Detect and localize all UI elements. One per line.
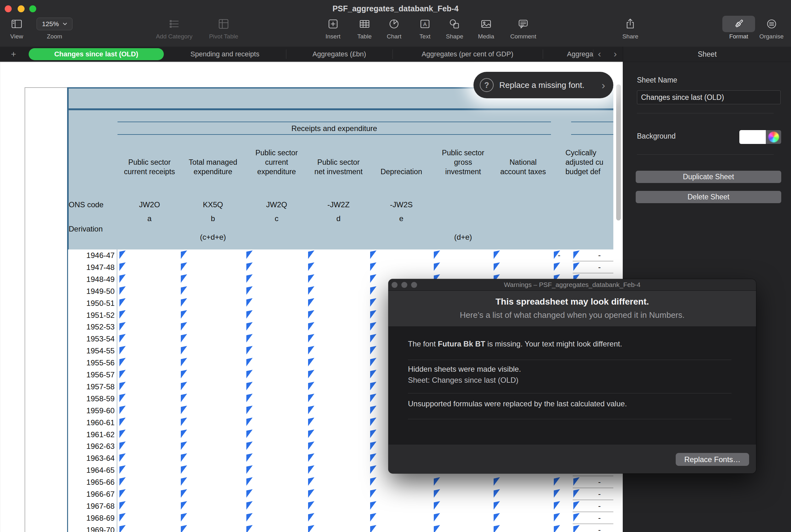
- format-button[interactable]: Format: [722, 15, 755, 40]
- zoom-dropdown[interactable]: 125%: [37, 18, 73, 30]
- view-button[interactable]: View: [10, 15, 23, 40]
- dash-cell[interactable]: -: [592, 488, 607, 500]
- row-year-label[interactable]: 1964-65: [67, 464, 115, 476]
- insert-button[interactable]: Insert: [325, 15, 341, 40]
- column-letter-cell[interactable]: e: [370, 214, 433, 223]
- dash-cell[interactable]: -: [592, 262, 607, 273]
- dash-cell[interactable]: -: [592, 249, 607, 262]
- row-year-label[interactable]: 1954-55: [67, 345, 115, 357]
- dash-cell[interactable]: -: [554, 249, 564, 262]
- column-header[interactable]: Public sectornet investment: [307, 157, 370, 176]
- current-color-swatch[interactable]: [739, 130, 766, 144]
- column-header[interactable]: Nationalaccount taxes: [493, 157, 553, 176]
- column-header[interactable]: Public sectorcurrentexpenditure: [246, 148, 307, 176]
- dash-cell[interactable]: -: [592, 512, 607, 524]
- dialog-minimize-button[interactable]: [401, 282, 407, 288]
- row-year-label[interactable]: 1962-63: [67, 440, 115, 452]
- background-color-well[interactable]: [739, 130, 781, 144]
- row-year-label[interactable]: 1963-64: [67, 452, 115, 464]
- derivation-cell[interactable]: (d+e): [433, 232, 493, 242]
- delete-sheet-button[interactable]: Delete Sheet: [636, 191, 781, 203]
- vertical-scrollbar-thumb[interactable]: [616, 84, 621, 221]
- ons-code-cell[interactable]: -JW2S: [370, 200, 433, 209]
- chart-button[interactable]: Chart: [387, 15, 401, 40]
- dash-cell[interactable]: -: [592, 524, 607, 532]
- prev-tabs-arrow[interactable]: ‹: [598, 46, 601, 62]
- ons-code-cell[interactable]: KX5Q: [180, 200, 246, 209]
- ons-code-cell[interactable]: JW2O: [119, 200, 180, 209]
- row-year-label[interactable]: 1961-62: [67, 429, 115, 441]
- row-year-label[interactable]: 1949-50: [67, 285, 115, 297]
- column-header[interactable]: Total managedexpenditure: [180, 157, 246, 176]
- ons-code-cell[interactable]: JW2Q: [246, 200, 307, 209]
- replace-missing-font-callout[interactable]: ? Replace a missing font. ›: [473, 72, 613, 98]
- column-header[interactable]: Cyclicallyadjusted cubudget def: [565, 148, 613, 176]
- row-year-label[interactable]: 1951-52: [67, 309, 115, 321]
- row-year-label[interactable]: 1967-68: [67, 500, 115, 512]
- dash-cell[interactable]: -: [592, 500, 607, 512]
- change-flag-icon: [370, 394, 376, 402]
- add-sheet-button[interactable]: +: [11, 46, 16, 62]
- row-year-label[interactable]: 1950-51: [67, 297, 115, 309]
- table-button[interactable]: Table: [357, 15, 371, 40]
- sheet-name-input[interactable]: [637, 90, 780, 104]
- change-flag-icon: [573, 525, 580, 532]
- row-year-label[interactable]: 1966-67: [67, 488, 115, 500]
- missing-font-line: The font Futura Bk BT is missing. Your t…: [408, 339, 622, 349]
- derivation-cell[interactable]: (c+d+e): [180, 232, 246, 242]
- color-picker-button[interactable]: [766, 130, 781, 144]
- change-flag-icon: [308, 394, 314, 402]
- column-letter-cell[interactable]: c: [246, 214, 307, 223]
- ons-code-cell[interactable]: -JW2Z: [307, 200, 370, 209]
- view-sidebar-icon: [10, 15, 23, 33]
- row-year-label[interactable]: 1952-53: [67, 321, 115, 333]
- column-header[interactable]: Public sectorgrossinvestment: [433, 148, 493, 176]
- change-flag-icon: [308, 370, 314, 378]
- column-letter-cell[interactable]: a: [119, 214, 180, 223]
- change-flag-icon: [181, 298, 187, 307]
- dash-cell[interactable]: -: [592, 476, 607, 488]
- tab-changes-since-last-old[interactable]: Changes since last (OLD): [29, 48, 164, 60]
- column-header[interactable]: Depreciation: [370, 167, 433, 176]
- dialog-close-button[interactable]: [392, 282, 398, 288]
- row-year-label[interactable]: 1968-69: [67, 512, 115, 524]
- row-year-label[interactable]: 1965-66: [67, 476, 115, 488]
- row-year-label[interactable]: 1947-48: [67, 262, 115, 273]
- row-year-label[interactable]: 1956-57: [67, 369, 115, 381]
- row-year-label[interactable]: 1948-49: [67, 273, 115, 285]
- organise-button[interactable]: Organise: [759, 15, 784, 40]
- change-flag-icon: [246, 465, 253, 474]
- shape-button[interactable]: Shape: [446, 15, 464, 40]
- change-flag-icon: [494, 262, 500, 271]
- row-year-label[interactable]: 1955-56: [67, 357, 115, 369]
- sidebar-divider: [637, 154, 774, 155]
- row-year-label[interactable]: 1958-59: [67, 393, 115, 405]
- media-button[interactable]: Media: [478, 15, 494, 40]
- tab-aggregates-bn[interactable]: Aggregates (£bn): [313, 46, 366, 62]
- share-button[interactable]: Share: [622, 15, 639, 40]
- tab-aggregates-truncated[interactable]: Aggrega: [548, 46, 593, 62]
- change-flag-icon: [554, 513, 560, 521]
- replace-fonts-button[interactable]: Replace Fonts…: [676, 453, 749, 466]
- tab-spending-and-receipts[interactable]: Spending and receipts: [191, 46, 260, 62]
- next-tabs-arrow[interactable]: ›: [614, 46, 617, 62]
- row-year-label[interactable]: 1969-70: [67, 524, 115, 532]
- zoom-control[interactable]: 125% Zoom: [37, 15, 73, 40]
- comment-button[interactable]: Comment: [510, 15, 536, 40]
- column-letter-cell[interactable]: b: [180, 214, 246, 223]
- group2-rule-bottom: [571, 134, 613, 135]
- column-letter-cell[interactable]: d: [307, 214, 370, 223]
- tab-aggregates-gdp[interactable]: Aggregates (per cent of GDP): [421, 46, 513, 62]
- ons-code-row-label[interactable]: ONS code: [69, 200, 103, 209]
- row-year-label[interactable]: 1959-60: [67, 405, 115, 417]
- row-year-label[interactable]: 1946-47: [67, 249, 115, 262]
- duplicate-sheet-button[interactable]: Duplicate Sheet: [636, 171, 781, 183]
- row-year-label[interactable]: 1953-54: [67, 333, 115, 345]
- derivation-row-label[interactable]: Derivation: [69, 224, 103, 234]
- column-header[interactable]: Public sectorcurrent receipts: [119, 157, 180, 176]
- dialog-zoom-button[interactable]: [411, 282, 417, 288]
- row-year-label[interactable]: 1960-61: [67, 417, 115, 429]
- row-year-label[interactable]: 1957-58: [67, 381, 115, 393]
- group-header[interactable]: Receipts and expenditure: [117, 124, 551, 134]
- text-button[interactable]: A Text: [419, 15, 431, 40]
